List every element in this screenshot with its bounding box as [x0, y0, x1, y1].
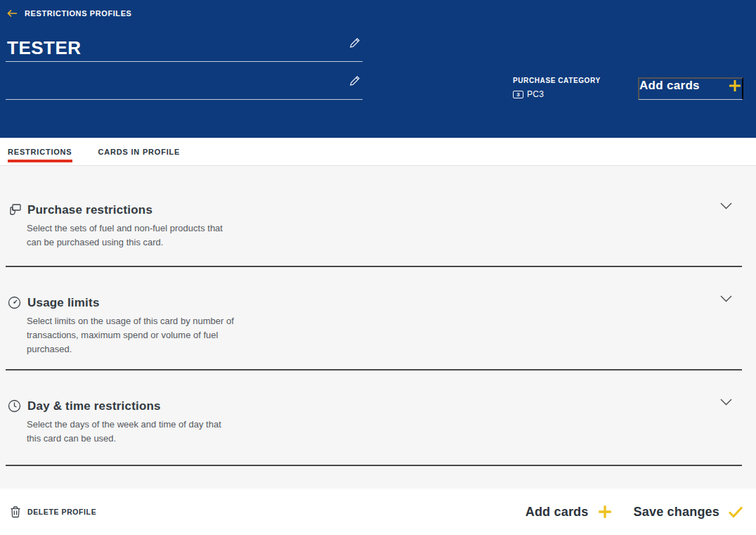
tab-bar: RESTRICTIONS CARDS IN PROFILE [0, 138, 756, 166]
action-footer: DELETE PROFILE Add cards Save changes [0, 489, 756, 535]
delete-profile-button[interactable]: DELETE PROFILE [10, 505, 96, 518]
back-arrow-icon [7, 9, 18, 18]
tab-cards-in-profile[interactable]: CARDS IN PROFILE [98, 138, 181, 165]
purchase-category-label: PURCHASE CATEGORY [513, 77, 601, 84]
profile-description-field[interactable] [6, 70, 363, 100]
chevron-down-icon[interactable] [720, 399, 732, 406]
pencil-icon [348, 37, 361, 51]
plus-icon [728, 79, 742, 93]
purchase-category-badge-icon: 3 [513, 91, 523, 98]
profile-header: RESTRICTIONS PROFILES TESTER PURCHASE [0, 0, 756, 138]
edit-description-button[interactable] [348, 75, 361, 89]
section-usage-limits[interactable]: Usage limits Select limits on the usage … [6, 267, 742, 370]
tab-restrictions[interactable]: RESTRICTIONS [8, 138, 72, 165]
breadcrumb-back[interactable]: RESTRICTIONS PROFILES [7, 9, 132, 18]
trash-icon [10, 505, 21, 518]
section-purchase-restrictions[interactable]: Purchase restrictions Select the sets of… [6, 166, 742, 267]
section-title: Purchase restrictions [27, 203, 152, 217]
breadcrumb-label: RESTRICTIONS PROFILES [25, 9, 132, 18]
purchase-category-value: PC3 [527, 89, 544, 99]
section-description: Select limits on the usage of this card … [27, 314, 235, 356]
hand-card-icon [7, 202, 22, 217]
profile-name: TESTER [6, 32, 82, 59]
delete-profile-label: DELETE PROFILE [27, 508, 96, 516]
chevron-down-icon[interactable] [720, 295, 732, 302]
save-changes-button[interactable]: Save changes [634, 505, 743, 520]
plus-icon [597, 504, 613, 520]
section-day-time-restrictions[interactable]: Day & time restrictions Select the days … [6, 370, 742, 466]
clock-icon [7, 399, 22, 413]
section-title: Usage limits [27, 296, 100, 310]
chevron-down-icon[interactable] [720, 202, 732, 210]
profile-name-field[interactable]: TESTER [6, 32, 363, 62]
section-description: Select the sets of fuel and non-fuel pro… [27, 221, 235, 250]
pencil-icon [348, 75, 361, 89]
gauge-icon [7, 295, 22, 310]
add-cards-header-button[interactable]: Add cards [638, 77, 743, 100]
add-cards-header-label: Add cards [639, 79, 700, 93]
save-changes-label: Save changes [634, 505, 719, 520]
restrictions-panel: Purchase restrictions Select the sets of… [0, 166, 756, 489]
add-cards-label: Add cards [526, 505, 589, 520]
section-title: Day & time restrictions [27, 399, 161, 413]
section-description: Select the days of the week and time of … [27, 418, 235, 446]
edit-name-button[interactable] [348, 37, 361, 51]
purchase-category: PURCHASE CATEGORY 3 PC3 [513, 77, 601, 99]
check-icon [728, 505, 743, 518]
add-cards-button[interactable]: Add cards [526, 504, 613, 520]
